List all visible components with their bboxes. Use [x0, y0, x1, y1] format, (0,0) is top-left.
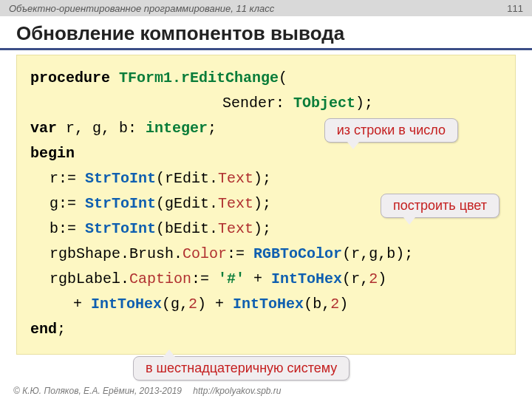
code-line: Sender: TObject); [30, 91, 502, 116]
caption-prop: Caption [129, 270, 191, 287]
sender: Sender [222, 95, 276, 112]
tobject: TObject [293, 95, 355, 112]
code-line: + IntToHex(g,2) + IntToHex(b,2) [30, 292, 502, 317]
gedit: gEdit [165, 195, 209, 212]
callout-string-to-int: из строки в число [324, 118, 458, 143]
course-label: Объектно-ориентированное программировани… [9, 3, 274, 14]
integer-type: integer [146, 120, 208, 137]
b-assign: b:= [50, 220, 85, 237]
inttohex: IntToHex [271, 270, 342, 287]
two: 2 [369, 270, 378, 287]
hash-str: '#' [218, 270, 245, 287]
callout-to-hex: в шестнадцатеричную систему [133, 356, 349, 381]
text-prop: Text [218, 170, 253, 187]
footer-url: http://kpolyakov.spb.ru [193, 386, 281, 396]
r-assign: r:= [50, 170, 85, 187]
copyright: © К.Ю. Поляков, Е.А. Ерёмин, 2013-2019 [13, 386, 182, 396]
vars: r, g, b [66, 120, 128, 137]
bedit: bEdit [165, 220, 209, 237]
header-bar: Объектно-ориентированное программировани… [0, 0, 532, 16]
code-line: rgbLabel.Caption:= '#' + IntToHex(r,2) [30, 267, 502, 292]
code-line: b:= StrToInt(bEdit.Text); [30, 216, 502, 242]
page-title: Обновление компонентов вывода [0, 16, 532, 48]
g-assign: g:= [50, 195, 85, 212]
inttohex: IntToHex [91, 296, 162, 313]
rgblabel: rgbLabel [50, 270, 120, 287]
b: b [313, 296, 321, 313]
two: 2 [188, 296, 197, 313]
brush: Brush [129, 245, 174, 262]
kw-end: end [30, 321, 57, 338]
rgbshape: rgbShape [50, 245, 120, 262]
strtoint: StrToInt [85, 170, 156, 187]
code-line: end; [30, 317, 502, 342]
code-line: begin [30, 141, 502, 166]
args-rgb: (r,g,b); [342, 245, 413, 262]
strtoint: StrToInt [85, 195, 156, 212]
r: r [351, 270, 360, 287]
title-underline [0, 48, 532, 50]
kw-procedure: procedure [30, 69, 110, 86]
two: 2 [330, 296, 339, 313]
page-number: 111 [507, 3, 523, 14]
redit: rEdit [165, 170, 209, 187]
class-method: TForm1.rEditChange [119, 69, 279, 86]
text-prop: Text [218, 220, 253, 237]
footer: © К.Ю. Поляков, Е.А. Ерёмин, 2013-2019 h… [13, 386, 282, 396]
g: g [171, 296, 180, 313]
callout-build-color: построить цвет [381, 194, 499, 218]
kw-begin: begin [30, 145, 75, 162]
code-line: r:= StrToInt(rEdit.Text); [30, 166, 502, 191]
text-prop: Text [218, 195, 253, 212]
strtoint: StrToInt [85, 220, 156, 237]
color-prop: Color [183, 245, 227, 262]
code-line: rgbShape.Brush.Color:= RGBToColor(r,g,b)… [30, 242, 502, 267]
inttohex: IntToHex [233, 296, 304, 313]
rgbtocolor: RGBToColor [253, 245, 342, 262]
code-line: procedure TForm1.rEditChange( [30, 66, 502, 91]
kw-var: var [30, 120, 57, 137]
